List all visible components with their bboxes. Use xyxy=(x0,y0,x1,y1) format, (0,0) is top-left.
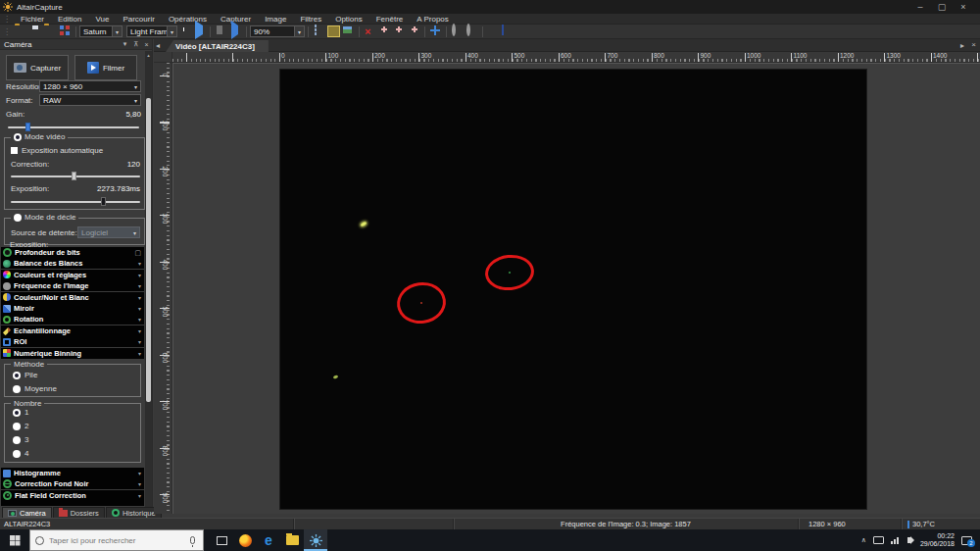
section-flat-field-correction[interactable]: Flat Field Correction ▾ xyxy=(1,490,144,501)
maximize-button[interactable]: ▢ xyxy=(931,0,953,14)
marker-icon[interactable] xyxy=(393,25,406,37)
auto-exposure-checkbox[interactable] xyxy=(11,147,18,154)
video-frame[interactable] xyxy=(279,69,867,510)
microphone-icon[interactable] xyxy=(190,536,195,544)
scroll-up-icon[interactable]: ▴ xyxy=(145,51,152,59)
menu-operations[interactable]: Opérations xyxy=(162,14,214,25)
record-button[interactable]: Filmer xyxy=(74,55,137,80)
timer-icon[interactable] xyxy=(178,25,191,37)
tray-chevron-icon[interactable]: ∧ xyxy=(861,536,866,544)
format-dropdown[interactable]: RAW ▾ xyxy=(39,94,141,106)
section-miroir[interactable]: Miroir ▾ xyxy=(1,303,144,314)
zoom-dropdown[interactable]: 90% ▾ xyxy=(250,25,305,37)
section-profondeur-de-bits[interactable]: Profondeur de bits ▢ xyxy=(1,247,144,258)
nombre-3-radio[interactable] xyxy=(13,436,21,444)
exposure-slider[interactable] xyxy=(11,197,140,206)
tab-dossiers[interactable]: Dossiers xyxy=(53,507,105,518)
trigger-source-dropdown[interactable]: Logiciel ▾ xyxy=(77,226,140,238)
section-frequence-image[interactable]: Fréquence de l'Image ▾ xyxy=(1,280,144,291)
panel-scrollbar[interactable]: ▴ ▾ xyxy=(145,51,152,512)
methode-moyenne-option[interactable]: Moyenne xyxy=(13,384,57,393)
paint-icon[interactable] xyxy=(487,25,500,37)
tab-nav-left-icon[interactable]: ◂ xyxy=(156,41,160,50)
settings-flower-icon[interactable] xyxy=(502,25,514,37)
menu-apropos[interactable]: A Propos xyxy=(410,14,455,25)
marker-icon[interactable] xyxy=(378,25,391,37)
firefox-button[interactable] xyxy=(233,529,257,551)
tiles-icon[interactable] xyxy=(59,25,72,37)
speaker-icon[interactable] xyxy=(907,537,911,543)
start-button[interactable] xyxy=(0,529,29,551)
menu-vue[interactable]: Vue xyxy=(88,14,116,25)
nombre-1-option[interactable]: 1 xyxy=(13,408,28,417)
explorer-button[interactable] xyxy=(280,529,304,551)
panel-menu-icon[interactable]: ▾ xyxy=(120,40,130,48)
menu-options[interactable]: Options xyxy=(328,14,369,25)
tab-close-icon[interactable]: × xyxy=(971,40,976,49)
marker-small-icon[interactable] xyxy=(408,25,420,37)
zoom-in-icon[interactable] xyxy=(466,25,478,37)
nombre-3-option[interactable]: 3 xyxy=(13,435,28,444)
pause-icon[interactable] xyxy=(215,25,227,37)
scrollbar-thumb[interactable] xyxy=(146,98,151,402)
moyenne-radio[interactable] xyxy=(13,385,21,393)
exposure-slider-thumb[interactable] xyxy=(101,197,106,206)
step-forward-icon[interactable] xyxy=(229,25,242,37)
section-correction-fond-noir[interactable]: Correction Fond Noir ▾ xyxy=(1,478,144,489)
gain-slider-thumb[interactable] xyxy=(25,123,30,131)
open-folder-icon[interactable] xyxy=(15,25,27,37)
correction-slider-thumb[interactable] xyxy=(72,172,76,180)
video-mode-radio[interactable] xyxy=(14,133,22,141)
pin-tool-icon[interactable] xyxy=(516,25,529,37)
video-document-tab[interactable]: Vidéo [ALTAIR224C3] xyxy=(166,40,269,52)
section-numerique-binning[interactable]: Numérique Binning ▾ xyxy=(1,348,144,359)
nombre-2-option[interactable]: 2 xyxy=(13,422,28,430)
menu-filtres[interactable]: Filtres xyxy=(293,14,328,25)
tab-nav-right-icon[interactable]: ▸ xyxy=(960,41,964,50)
delete-marker-icon[interactable]: × xyxy=(364,25,376,37)
taskbar-search[interactable] xyxy=(29,529,204,551)
tab-camera[interactable]: Caméra xyxy=(2,507,52,518)
menu-fichier[interactable]: Fichier xyxy=(14,14,51,25)
zoom-out-icon[interactable] xyxy=(451,25,464,37)
correction-slider[interactable] xyxy=(11,172,140,180)
menu-image[interactable]: Image xyxy=(258,14,293,25)
taskbar-clock[interactable]: 00:22 29/06/2018 xyxy=(920,532,955,548)
section-balance-des-blancs[interactable]: Balance des Blancs ▾ xyxy=(1,258,144,269)
start-capture-icon[interactable] xyxy=(193,25,206,37)
menu-parcourir[interactable]: Parcourir xyxy=(116,14,161,25)
target-preset-dropdown[interactable]: Saturn ▾ xyxy=(79,25,122,37)
close-button[interactable]: × xyxy=(953,0,974,14)
select-region-icon[interactable] xyxy=(313,25,325,37)
network-icon[interactable] xyxy=(891,536,901,544)
frame-type-dropdown[interactable]: Light Frame ▾ xyxy=(126,25,177,37)
section-rotation[interactable]: Rotation ▾ xyxy=(1,314,144,325)
video-canvas-area[interactable] xyxy=(172,63,980,514)
section-roi[interactable]: ROI ▾ xyxy=(1,336,144,347)
section-histogramme[interactable]: Histogramme ▾ xyxy=(1,468,144,478)
move-cross-icon[interactable] xyxy=(429,25,442,37)
nombre-4-option[interactable]: 4 xyxy=(13,449,28,458)
search-input[interactable] xyxy=(49,536,190,545)
pile-radio[interactable] xyxy=(13,372,21,379)
expand-box-icon[interactable]: ▢ xyxy=(134,249,141,257)
methode-pile-option[interactable]: Pile xyxy=(13,371,37,379)
pan-hand-icon[interactable] xyxy=(327,25,340,37)
task-view-button[interactable] xyxy=(210,529,233,551)
nombre-4-radio[interactable] xyxy=(13,450,21,458)
section-couleur-noir-blanc[interactable]: Couleur/Noir et Blanc ▾ xyxy=(1,292,144,303)
auto-exposure-option[interactable]: Exposition automatique xyxy=(11,146,103,155)
altaircapture-taskbar-button[interactable] xyxy=(304,529,327,551)
trigger-mode-radio[interactable] xyxy=(14,214,22,222)
section-partial[interactable] xyxy=(1,501,144,506)
menu-fenetre[interactable]: Fenêtre xyxy=(369,14,411,25)
notification-icon[interactable]: 2 xyxy=(961,536,972,545)
snapshot-image-icon[interactable] xyxy=(342,25,355,37)
capture-button[interactable]: Capturer xyxy=(6,55,69,80)
browse-folder-icon[interactable] xyxy=(44,25,57,37)
panel-close-icon[interactable]: × xyxy=(141,41,152,48)
nombre-2-radio[interactable] xyxy=(13,423,21,430)
gain-slider[interactable] xyxy=(8,123,139,131)
section-couleurs-et-reglages[interactable]: Couleurs et réglages ▾ xyxy=(1,270,144,280)
menu-edition[interactable]: Edition xyxy=(51,14,88,25)
